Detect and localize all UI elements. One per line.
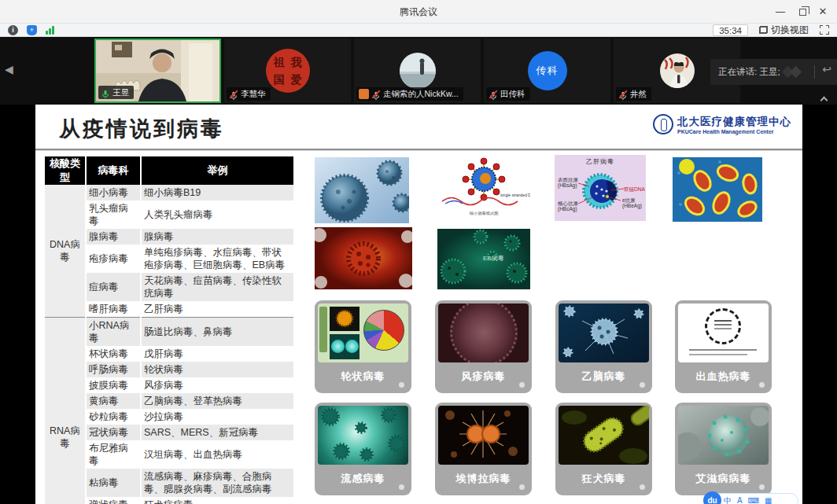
mic-on-icon	[101, 88, 110, 97]
meeting-timer: 35:34	[713, 24, 748, 36]
card-dot	[759, 382, 765, 388]
figure-hbv-diagram: 乙肝病毒 表面抗原(HBsAg) 核心抗原(HBcAg) 双链DNA e抗原(H…	[555, 155, 646, 221]
family-cell: 细小病毒	[86, 185, 141, 200]
switch-view-label: 切换视图	[771, 24, 809, 37]
card-dot	[640, 484, 645, 490]
switch-view-icon	[759, 26, 768, 34]
family-cell: 嗜肝病毒	[86, 301, 141, 318]
video-tile-tianchuanke[interactable]: 传科 田传科	[484, 39, 610, 103]
examples-cell: 乙肝病毒	[141, 301, 293, 318]
card-dot	[399, 484, 404, 490]
hemorrhagic-diagram-image	[678, 304, 769, 362]
participant-name-pill: 田传科	[486, 87, 530, 101]
examples-cell: 轮状病毒	[141, 362, 293, 377]
je-virus-image	[559, 304, 649, 362]
examples-cell: 人类乳头瘤病毒	[141, 200, 293, 229]
rabies-image	[559, 406, 649, 465]
family-cell: 腺病毒	[86, 229, 141, 245]
participant-name: 王昱	[112, 87, 129, 98]
virus-card-ebola: 埃博拉病毒	[435, 403, 532, 495]
parvo-dna-label: single stranded DNA	[500, 193, 530, 197]
video-tile-wangyu[interactable]: 王昱	[94, 39, 221, 103]
shield-icon[interactable]: +	[27, 25, 37, 35]
examples-cell: 流感病毒、麻疹病毒、合胞病毒、腮腺炎病毒、副流感病毒	[141, 469, 293, 497]
back-arrow-icon[interactable]: ↩	[822, 63, 831, 75]
baidu-ime-logo[interactable]: du	[703, 491, 721, 504]
hbv-dna-label: 双链DNA	[624, 186, 645, 192]
minimize-button[interactable]: —	[769, 0, 791, 24]
virus-card-rubella: 风疹病毒	[435, 300, 532, 393]
virus-card-influenza: 流感病毒	[315, 403, 411, 495]
card-dot	[640, 382, 645, 388]
header-virus-family: 病毒科	[86, 156, 141, 185]
card-label: 埃博拉病毒	[438, 472, 529, 486]
influenza-image	[318, 406, 408, 465]
virus-card-hiv: 艾滋病病毒	[675, 403, 772, 495]
family-cell: 黄病毒	[86, 393, 141, 409]
pku-care-logo-icon	[653, 114, 673, 134]
family-cell: 呼肠病毒	[86, 362, 141, 377]
figure-eb-virus: EB病毒	[437, 229, 530, 289]
video-tile-lihuihua[interactable]: 祖 我 国 爱 李慧华	[224, 39, 351, 103]
restore-icon	[799, 9, 806, 16]
hbv-e-antigen-label: e抗原(HBeAg)	[622, 197, 642, 208]
participant-tiles: 王昱 祖 我 国 爱 李慧华	[94, 39, 740, 103]
card-label: 流感病毒	[318, 472, 408, 486]
restore-button[interactable]	[791, 0, 813, 24]
presentation-slide: 从疫情说到病毒 北大医疗健康管理中心 PKUCare Health Manage…	[35, 105, 802, 504]
ime-keyboard-icon[interactable]: ⌨	[748, 494, 759, 504]
ime-letter-icon[interactable]: A	[737, 494, 743, 504]
mic-muted-icon	[371, 90, 381, 99]
mic-muted-icon	[489, 90, 498, 99]
lake-avatar	[400, 53, 436, 89]
meeting-toolbar: i + 35:34 切换视图	[0, 24, 837, 37]
close-button[interactable]: ✕	[812, 0, 834, 24]
fullscreen-button[interactable]	[820, 25, 829, 35]
participant-name-pill: 走钢索的人NickKw...	[356, 87, 463, 101]
title-divider	[35, 149, 802, 151]
card-label: 出血热病毒	[678, 370, 769, 384]
nucleic-type-cell: RNA病毒	[45, 318, 86, 504]
card-label: 乙脑病毒	[559, 370, 649, 384]
rotavirus-image	[318, 304, 408, 362]
meeting-watermark-icon	[782, 66, 809, 78]
table-row: DNA病毒细小病毒细小病毒B19	[45, 185, 293, 200]
virus-card-rotavirus: 轮状病毒	[315, 300, 411, 393]
figure-red-virus	[315, 227, 412, 289]
ime-menu-icon[interactable]: ▦	[765, 494, 772, 504]
participant-name-pill: 王昱	[98, 86, 134, 99]
active-speaker-bar: 正在讲话: 王昱; ↩	[710, 59, 837, 85]
switch-view-button[interactable]: 切换视图	[759, 24, 809, 37]
pie-chart	[363, 310, 404, 351]
rubella-image	[438, 304, 529, 362]
card-dot	[399, 382, 404, 388]
video-tile-nick[interactable]: 走钢索的人NickKw...	[354, 39, 481, 103]
ime-mode-icon[interactable]: 中	[724, 494, 732, 504]
carousel-left-arrow[interactable]: ◀	[5, 63, 13, 75]
card-dot	[519, 382, 525, 388]
collapse-strip-chevron-icon[interactable]	[820, 96, 829, 102]
examples-cell: SARS、MERS、新冠病毒	[141, 425, 293, 440]
family-cell: 布尼雅病毒	[86, 440, 141, 469]
virus-card-rabies: 狂犬病毒	[555, 403, 652, 495]
examples-cell: 戊肝病毒	[141, 346, 293, 362]
initials-avatar: 传科	[528, 51, 567, 90]
tencent-meeting-window: 腾讯会议 — ✕ i + 35:34 切换视图 ◀	[0, 0, 837, 504]
family-cell: 冠状病毒	[86, 425, 141, 440]
video-strip: ◀	[0, 37, 837, 105]
family-cell: 杯状病毒	[86, 346, 141, 362]
virus-classification-table: 核酸类型 病毒科 举例 DNA病毒细小病毒细小病毒B19乳头瘤病毒人类乳头瘤病毒…	[45, 156, 293, 504]
info-icon[interactable]: i	[8, 25, 18, 35]
hbv-core-label: 核心抗原(HBcAg)	[558, 200, 578, 212]
card-label: 风疹病毒	[438, 370, 529, 384]
card-label: 艾滋病病毒	[678, 472, 769, 486]
examples-cell: 沙拉病毒	[141, 409, 293, 425]
hiv-image	[678, 406, 769, 465]
baidu-ime-toolbar[interactable]: du 中 A ⌨ ▦	[704, 493, 798, 504]
logo-text-cn: 北大医疗健康管理中心	[677, 115, 791, 129]
header-examples: 举例	[141, 156, 293, 185]
participant-name: 田传科	[500, 89, 525, 100]
examples-cell: 腺病毒	[141, 229, 293, 245]
hbv-surface-label: 表面抗原(HBsAg)	[558, 177, 578, 188]
network-signal-icon[interactable]	[46, 25, 56, 35]
